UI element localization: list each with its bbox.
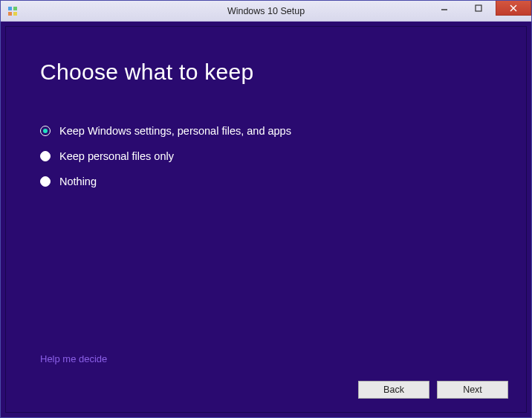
option-files-only[interactable]: Keep personal files only xyxy=(40,150,492,162)
content-area: Choose what to keep Keep Windows setting… xyxy=(1,22,531,417)
option-keep-all[interactable]: Keep Windows settings, personal files, a… xyxy=(40,125,492,137)
radio-icon xyxy=(40,151,51,161)
options-group: Keep Windows settings, personal files, a… xyxy=(40,125,492,187)
maximize-button[interactable] xyxy=(461,1,496,16)
radio-icon xyxy=(40,176,51,187)
option-label: Keep personal files only xyxy=(59,150,174,162)
back-button[interactable]: Back xyxy=(358,381,429,399)
svg-rect-5 xyxy=(476,5,481,11)
svg-rect-2 xyxy=(8,12,12,16)
titlebar: Windows 10 Setup xyxy=(1,1,531,22)
close-button[interactable] xyxy=(496,1,531,16)
minimize-button[interactable] xyxy=(427,1,461,16)
svg-rect-1 xyxy=(13,7,17,10)
help-link[interactable]: Help me decide xyxy=(40,353,107,364)
option-label: Keep Windows settings, personal files, a… xyxy=(59,125,291,137)
window-controls xyxy=(427,1,531,21)
app-icon xyxy=(7,5,19,17)
radio-icon xyxy=(40,126,51,136)
content-inner: Choose what to keep Keep Windows setting… xyxy=(5,26,527,413)
footer-buttons: Back Next xyxy=(358,381,508,399)
svg-rect-3 xyxy=(13,12,17,16)
svg-rect-0 xyxy=(8,7,12,10)
next-button[interactable]: Next xyxy=(437,381,508,399)
option-nothing[interactable]: Nothing xyxy=(40,176,492,187)
option-label: Nothing xyxy=(59,176,97,187)
setup-window: Windows 10 Setup Choose what to keep Kee… xyxy=(0,0,532,418)
page-heading: Choose what to keep xyxy=(40,60,492,85)
